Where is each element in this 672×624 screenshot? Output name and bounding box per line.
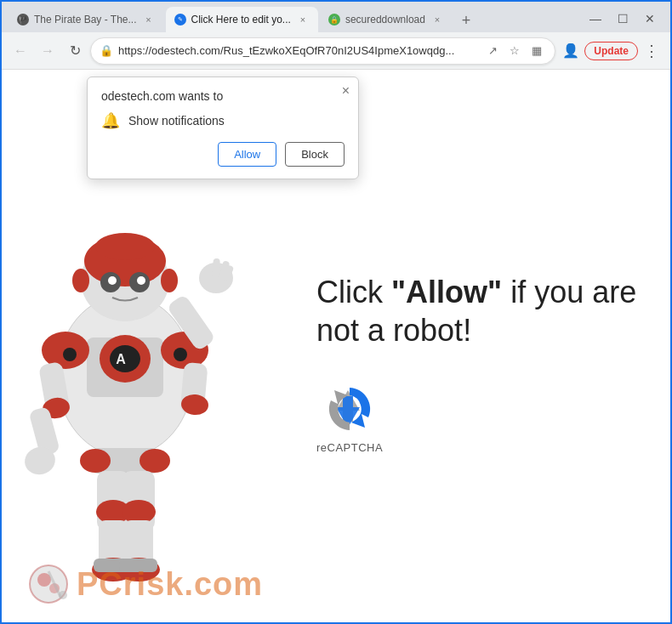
forward-button[interactable]: → [36, 39, 60, 63]
address-text: https://odestech.com/Rus_tEzwkoXEqOfR70n… [118, 44, 478, 57]
recaptcha-area: reCAPTCHA [316, 383, 383, 454]
notification-popup: × odestech.com wants to 🔔 Show notificat… [87, 77, 359, 179]
svg-text:A: A [116, 352, 126, 366]
window-controls: — ☐ ✕ [582, 9, 663, 32]
watermark-orange: risk.com [123, 566, 263, 602]
svg-point-27 [80, 449, 111, 473]
share-icon-button[interactable]: ↗ [483, 42, 502, 60]
tab-edit[interactable]: ✎ Click Here to edit yo... × [166, 7, 318, 32]
menu-button[interactable]: ⋮ [640, 39, 663, 63]
notification-row: 🔔 Show notifications [101, 111, 345, 130]
menu-icon: ⋮ [644, 42, 659, 60]
main-text: Click "Allow" if you are not a robot! [316, 273, 645, 349]
tab-add-button[interactable]: + [454, 9, 478, 32]
svg-point-40 [63, 348, 77, 361]
svg-point-41 [174, 348, 187, 361]
update-button[interactable]: Update [584, 42, 638, 60]
svg-point-22 [108, 276, 117, 285]
tab-bar: 🏴 The Pirate Bay - The... × ✎ Click Here… [2, 2, 670, 32]
tab-edit-favicon: ✎ [174, 14, 186, 26]
refresh-icon: ↻ [70, 43, 81, 59]
tab-secure-favicon: 🔒 [328, 14, 340, 26]
main-text-bold: "Allow" [391, 275, 502, 309]
tab-secure-close[interactable]: × [430, 13, 444, 26]
recaptcha-label: reCAPTCHA [316, 441, 383, 454]
back-button[interactable]: ← [9, 39, 32, 63]
content-area: × odestech.com wants to 🔔 Show notificat… [2, 70, 670, 622]
sidebar-icon-button[interactable]: ▦ [527, 42, 546, 60]
window-close-button[interactable]: ✕ [636, 9, 663, 29]
watermark-gray: PC [77, 566, 123, 602]
tab-edit-title: Click Here to edit yo... [191, 14, 291, 26]
pcrisk-icon [27, 563, 70, 605]
tab-pirate[interactable]: 🏴 The Pirate Bay - The... × [9, 7, 164, 32]
show-notifications-text: Show notifications [128, 114, 225, 128]
toolbar-right: 👤 Update ⋮ [559, 39, 663, 63]
allow-button[interactable]: Allow [218, 142, 276, 167]
tab-secure[interactable]: 🔒 secureddownload × [320, 7, 453, 32]
watermark: PCrisk.com [27, 563, 263, 605]
maximize-button[interactable]: ☐ [609, 9, 636, 29]
svg-point-19 [95, 233, 155, 260]
profile-icon: 👤 [562, 43, 579, 59]
profile-button[interactable]: 👤 [559, 39, 583, 63]
forward-icon: → [41, 43, 54, 59]
tab-pirate-close[interactable]: × [142, 13, 156, 26]
recaptcha-logo-svg [324, 383, 375, 434]
browser-frame: 🏴 The Pirate Bay - The... × ✎ Click Here… [0, 0, 672, 624]
bell-icon: 🔔 [101, 111, 120, 130]
svg-point-46 [59, 591, 67, 599]
minimize-button[interactable]: — [582, 9, 609, 29]
refresh-button[interactable]: ↻ [63, 39, 87, 63]
tab-edit-close[interactable]: × [296, 13, 310, 26]
back-icon: ← [14, 43, 27, 59]
tab-secure-title: secureddownload [345, 14, 425, 26]
toolbar: ← → ↻ 🔒 https://odestech.com/Rus_tEzwkoX… [2, 32, 670, 70]
popup-close-button[interactable]: × [342, 84, 350, 98]
address-icons: ↗ ☆ ▦ [483, 42, 546, 60]
svg-point-28 [140, 449, 170, 473]
svg-point-24 [72, 269, 89, 292]
bookmark-icon-button[interactable]: ☆ [505, 42, 524, 60]
svg-point-25 [161, 269, 178, 292]
address-bar[interactable]: 🔒 https://odestech.com/Rus_tEzwkoXEqOfR7… [90, 37, 555, 65]
svg-point-23 [137, 276, 145, 285]
watermark-text: PCrisk.com [77, 566, 263, 603]
popup-title: odestech.com wants to [101, 89, 345, 103]
lock-icon: 🔒 [100, 44, 113, 57]
robot-figure: A [2, 180, 257, 597]
tab-pirate-favicon: 🏴 [17, 14, 29, 26]
main-text-prefix: Click [316, 275, 391, 309]
block-button[interactable]: Block [285, 142, 345, 167]
robot-svg: A [2, 180, 257, 597]
svg-point-32 [122, 500, 156, 524]
tab-pirate-title: The Pirate Bay - The... [34, 14, 137, 26]
popup-buttons: Allow Block [101, 142, 345, 167]
